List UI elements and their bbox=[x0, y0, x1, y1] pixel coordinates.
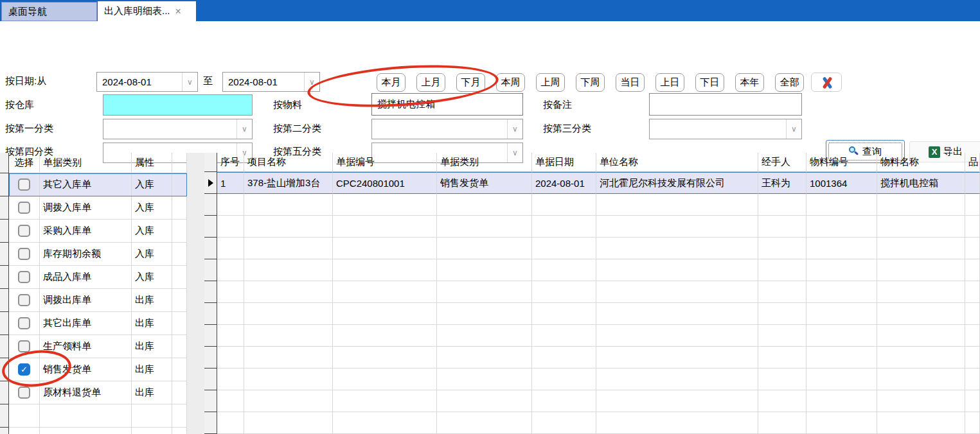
column-header-5[interactable]: 单位名称 bbox=[596, 153, 758, 172]
empty-cell bbox=[965, 216, 980, 238]
column-header-1[interactable]: 项目名称 bbox=[244, 153, 333, 172]
chevron-down-icon[interactable]: ∨ bbox=[304, 73, 319, 91]
column-header-doc-type[interactable]: 单据类别 bbox=[40, 153, 132, 173]
quick-date-button[interactable]: 全部 bbox=[775, 73, 804, 92]
quick-date-button[interactable]: 上周 bbox=[536, 73, 565, 92]
column-header-3[interactable]: 单据类别 bbox=[437, 153, 532, 172]
empty-cell bbox=[437, 369, 532, 390]
empty-cell bbox=[532, 238, 596, 259]
doc-type-checkbox-cell bbox=[9, 196, 40, 220]
indicator-cell bbox=[204, 303, 217, 325]
empty-cell bbox=[965, 347, 980, 369]
quick-date-button[interactable]: 下日 bbox=[695, 73, 724, 92]
column-header-8[interactable]: 物料名称 bbox=[877, 153, 965, 172]
empty-cell bbox=[877, 238, 965, 259]
category3-label: 按第三分类 bbox=[543, 123, 591, 135]
material-input[interactable]: 搅拌机电控箱 bbox=[371, 93, 523, 116]
doc-type-row[interactable]: 调拨出库单出库 bbox=[9, 289, 187, 312]
date-to-picker[interactable]: 2024-08-01 ∨ bbox=[222, 72, 320, 92]
doc-type-checkbox-cell: ✓ bbox=[9, 358, 40, 381]
indicator-cell bbox=[0, 266, 8, 289]
empty-cell bbox=[244, 281, 333, 303]
quick-date-button[interactable]: 上日 bbox=[655, 73, 684, 92]
empty-cell bbox=[877, 412, 965, 434]
empty-cell bbox=[806, 303, 877, 325]
close-icon[interactable]: × bbox=[175, 6, 181, 17]
doc-type-row[interactable]: 调拨入库单入库 bbox=[9, 196, 187, 220]
doc-type-row[interactable]: 采购入库单入库 bbox=[9, 220, 187, 243]
empty-cell bbox=[965, 412, 980, 434]
empty-cell bbox=[40, 404, 132, 428]
doc-type-checkbox[interactable] bbox=[18, 386, 30, 399]
doc-type-checkbox[interactable] bbox=[18, 178, 30, 191]
doc-type-row[interactable]: 库存期初余额入库 bbox=[9, 243, 187, 266]
chevron-down-icon[interactable]: ∨ bbox=[182, 73, 197, 91]
category2-dropdown[interactable]: ∨ bbox=[371, 119, 523, 139]
tools-button[interactable] bbox=[811, 73, 842, 92]
empty-cell bbox=[532, 325, 596, 347]
tab-inout-detail-report[interactable]: 出入库明细表... × bbox=[98, 1, 196, 21]
empty-cell bbox=[437, 259, 532, 281]
empty-cell bbox=[437, 325, 532, 347]
column-header-2[interactable]: 单据编号 bbox=[333, 153, 437, 172]
quick-date-button[interactable]: 下周 bbox=[576, 73, 605, 92]
column-header-attr[interactable]: 属性 bbox=[132, 153, 172, 173]
empty-cell bbox=[217, 390, 244, 412]
empty-cell bbox=[877, 216, 965, 238]
doc-type-row[interactable]: 成品入库单入库 bbox=[9, 266, 187, 289]
doc-type-checkbox[interactable]: ✓ bbox=[18, 363, 30, 376]
date-from-picker[interactable]: 2024-08-01 ∨ bbox=[96, 72, 198, 92]
warehouse-input[interactable] bbox=[103, 94, 253, 116]
indicator-cell bbox=[204, 259, 217, 281]
doc-type-checkbox-cell bbox=[9, 381, 40, 404]
quick-date-button[interactable]: 本年 bbox=[735, 73, 764, 92]
empty-cell bbox=[132, 404, 172, 428]
detail-cell: 2024-08-01 bbox=[532, 172, 596, 194]
quick-date-button[interactable]: 下月 bbox=[456, 73, 485, 92]
detail-cell: 河北霍尼尔科技发展有限公司 bbox=[596, 172, 758, 194]
empty-cell bbox=[244, 238, 333, 259]
detail-cell: CPC240801001 bbox=[333, 172, 437, 194]
tab-desktop-navigation[interactable]: 桌面导航 bbox=[1, 2, 97, 21]
category3-dropdown[interactable]: ∨ bbox=[649, 119, 802, 139]
doc-type-attr-cell: 入库 bbox=[132, 243, 172, 266]
doc-type-checkbox[interactable] bbox=[18, 248, 30, 260]
column-header-select[interactable]: 选择 bbox=[9, 153, 40, 173]
quick-date-button[interactable]: 本周 bbox=[496, 73, 525, 92]
indicator-cell bbox=[0, 312, 8, 335]
empty-cell bbox=[758, 347, 806, 369]
doc-type-name-cell: 调拨出库单 bbox=[40, 289, 132, 312]
empty-cell bbox=[40, 428, 132, 434]
doc-type-row[interactable]: 生产领料单出库 bbox=[9, 335, 187, 358]
doc-type-row[interactable]: 原材料退货单出库 bbox=[9, 381, 187, 404]
chevron-down-icon[interactable]: ∨ bbox=[507, 119, 522, 139]
quick-date-button[interactable]: 上月 bbox=[416, 73, 445, 92]
grid-splitter[interactable] bbox=[187, 153, 204, 434]
column-header-7[interactable]: 物料编号 bbox=[806, 153, 877, 172]
chevron-down-icon[interactable]: ∨ bbox=[236, 119, 252, 139]
column-header-0[interactable]: 序号 bbox=[217, 153, 244, 172]
doc-type-row[interactable]: 其它出库单出库 bbox=[9, 312, 187, 335]
doc-type-row[interactable]: ✓销售发货单出库 bbox=[9, 358, 187, 381]
remark-input[interactable] bbox=[649, 93, 802, 116]
doc-type-attr-cell: 出库 bbox=[132, 289, 172, 312]
category1-dropdown[interactable]: ∨ bbox=[103, 119, 253, 139]
chevron-down-icon[interactable]: ∨ bbox=[786, 119, 801, 139]
indicator-cell bbox=[0, 289, 8, 312]
quick-date-button[interactable]: 当日 bbox=[616, 73, 645, 92]
doc-type-checkbox[interactable] bbox=[18, 294, 30, 306]
column-header-4[interactable]: 单据日期 bbox=[532, 153, 596, 172]
doc-type-checkbox[interactable] bbox=[18, 202, 30, 214]
quick-date-button[interactable]: 本月 bbox=[377, 73, 405, 92]
doc-type-checkbox[interactable] bbox=[18, 317, 30, 329]
column-header-6[interactable]: 经手人 bbox=[758, 153, 806, 172]
doc-type-checkbox[interactable] bbox=[18, 225, 30, 237]
column-header-9[interactable]: 品 bbox=[965, 153, 980, 172]
date-range-label: 按日期:从 bbox=[5, 75, 46, 87]
detail-empty-row bbox=[217, 412, 980, 434]
detail-row[interactable]: 1378-盐山增加3台CPC240801001销售发货单2024-08-01河北… bbox=[217, 172, 980, 194]
doc-type-row[interactable]: 其它入库单入库 bbox=[9, 173, 187, 196]
doc-type-extra-cell bbox=[172, 173, 187, 196]
doc-type-checkbox[interactable] bbox=[18, 340, 30, 352]
doc-type-checkbox[interactable] bbox=[18, 271, 30, 283]
